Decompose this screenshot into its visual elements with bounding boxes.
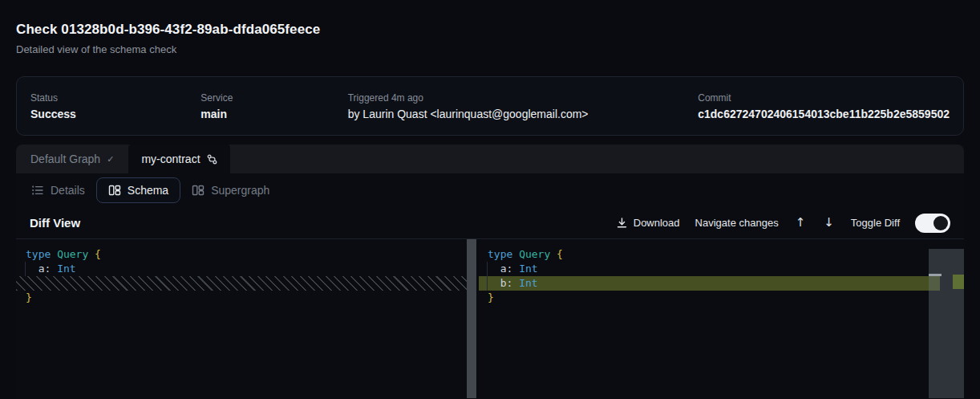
view-tab-bar: Details Schema Supergr xyxy=(16,173,964,207)
summary-field-service: Service main xyxy=(200,92,347,120)
code-line: a: Int xyxy=(479,262,940,276)
triggered-value: by Laurin Quast <laurinquast@googlemail.… xyxy=(348,108,699,120)
diff-scrollbar[interactable] xyxy=(467,239,476,398)
indent-guide-line xyxy=(25,262,26,276)
summary-field-triggered: Triggered 4m ago by Laurin Quast <laurin… xyxy=(348,92,699,120)
toggle-diff-label: Toggle Diff xyxy=(851,217,900,229)
download-label: Download xyxy=(634,217,680,229)
summary-field-status: Status Success xyxy=(30,92,200,120)
tab-supergraph-label: Supergraph xyxy=(211,184,269,197)
minimap-change-tick xyxy=(929,274,942,276)
tab-my-contract-label: my-contract xyxy=(141,153,200,165)
panels-icon xyxy=(192,184,205,197)
list-icon xyxy=(31,184,44,197)
tab-schema-label: Schema xyxy=(128,184,168,197)
tab-default-graph[interactable]: Default Graph ✓ xyxy=(16,145,128,173)
page-header: Check 01328b0d-b396-43f2-89ab-dfda065fee… xyxy=(16,0,964,55)
switch-knob xyxy=(933,216,948,230)
diff-left-pane: type Query { a: Int} xyxy=(16,239,467,398)
next-change-button[interactable]: ↓ xyxy=(822,215,836,230)
diff-editor: type Query { a: Int} + type Query { a: I… xyxy=(16,239,964,398)
download-button[interactable]: Download xyxy=(616,217,680,229)
status-label: Status xyxy=(30,92,200,104)
commit-value: c1dc62724702406154013cbe11b225b2e5859502 xyxy=(698,108,950,120)
tab-my-contract[interactable]: my-contract xyxy=(128,145,229,173)
page-subtitle: Detailed view of the schema check xyxy=(16,43,964,55)
tab-schema[interactable]: Schema xyxy=(96,177,180,203)
previous-change-button[interactable]: ↑ xyxy=(794,215,808,230)
git-compare-icon xyxy=(207,154,217,165)
tab-default-graph-label: Default Graph xyxy=(30,153,100,165)
page-title: Check 01328b0d-b396-43f2-89ab-dfda065fee… xyxy=(16,22,964,38)
panels-icon xyxy=(108,184,121,197)
check-summary-card: Status Success Service main Triggered 4m… xyxy=(16,76,964,136)
minimap[interactable] xyxy=(929,249,964,398)
code-line: } xyxy=(479,291,940,305)
diff-toolbar-actions: Download Navigate changes ↑ ↓ Toggle Dif… xyxy=(616,214,950,233)
summary-field-commit: Commit c1dc62724702406154013cbe11b225b2e… xyxy=(698,92,950,120)
status-value: Success xyxy=(30,108,200,120)
diff-added-line: b: Int xyxy=(479,276,940,291)
minimap-added-marker xyxy=(953,275,964,289)
diff-right-pane: type Query { a: Int b: Int} xyxy=(479,239,940,398)
diff-view-title: Diff View xyxy=(30,216,80,230)
page: Check 01328b0d-b396-43f2-89ab-dfda065fee… xyxy=(0,0,980,399)
code-line: type Query { xyxy=(479,247,940,262)
tab-supergraph[interactable]: Supergraph xyxy=(190,178,271,202)
indent-guide-line xyxy=(487,276,488,291)
check-icon: ✓ xyxy=(107,154,114,165)
tab-details[interactable]: Details xyxy=(30,178,87,202)
code-line: a: Int xyxy=(16,262,467,276)
code-line: } xyxy=(16,291,467,305)
code-line: type Query { xyxy=(16,247,467,262)
commit-label: Commit xyxy=(698,92,950,104)
schema-check-panel: Default Graph ✓ my-contract xyxy=(16,145,964,399)
download-icon xyxy=(616,217,628,229)
diff-placeholder-line xyxy=(16,276,467,291)
navigate-changes-label: Navigate changes xyxy=(695,217,779,229)
indent-guide-line xyxy=(487,262,488,276)
diff-toolbar: Diff View Download Navigate changes ↑ ↓ … xyxy=(16,207,964,239)
toggle-diff-switch[interactable] xyxy=(915,214,950,233)
triggered-label: Triggered 4m ago xyxy=(348,92,699,104)
service-label: Service xyxy=(200,92,347,104)
tab-details-label: Details xyxy=(51,184,85,197)
service-value: main xyxy=(200,108,347,120)
graph-tab-bar: Default Graph ✓ my-contract xyxy=(16,145,964,173)
